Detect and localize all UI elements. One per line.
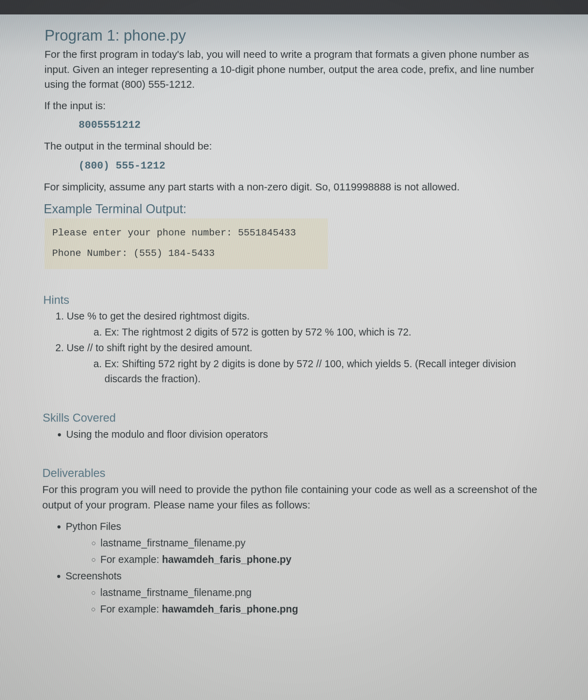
hint-1a: Ex: The rightmost 2 digits of 572 is got… (105, 325, 548, 340)
deliverables-heading: Deliverables (42, 467, 549, 480)
screen-photo: Program 1: phone.py For the first progra… (0, 0, 588, 700)
document-page: Program 1: phone.py For the first progra… (0, 14, 588, 647)
deliverable-screenshot-name: lastname_firstname_filename.png (100, 585, 549, 601)
deliverable-screenshot-example-prefix: For example: (100, 603, 162, 615)
deliverable-python-sublist: lastname_firstname_filename.py For examp… (86, 535, 549, 568)
simplicity-note: For simplicity, assume any part starts w… (44, 179, 547, 194)
hint-2: Use // to shift right by the desired amo… (66, 340, 549, 386)
deliverable-screenshots: Screenshots lastname_firstname_filename.… (65, 568, 550, 617)
hint-2a: Ex: Shifting 572 right by 2 digits is do… (105, 356, 549, 386)
window-titlebar (0, 0, 588, 14)
deliverables-list: Python Files lastname_firstname_filename… (53, 519, 550, 617)
skills-list: Using the modulo and floor division oper… (54, 426, 549, 442)
skill-1: Using the modulo and floor division oper… (66, 426, 549, 442)
deliverable-screenshot-example: For example: hawamdeh_faris_phone.png (100, 601, 550, 617)
hint-1-sublist: Ex: The rightmost 2 digits of 572 is got… (91, 325, 548, 340)
example-input-value: 8005551212 (79, 119, 547, 131)
program-title: Program 1: phone.py (45, 27, 547, 44)
hint-2-text: Use // to shift right by the desired amo… (66, 342, 252, 353)
intro-paragraph: For the first program in today's lab, yo… (44, 47, 547, 92)
deliverable-screenshots-sublist: lastname_firstname_filename.png For exam… (86, 585, 550, 617)
deliverable-screenshots-label: Screenshots (65, 570, 121, 582)
deliverables-intro: For this program you will need to provid… (42, 482, 549, 513)
hint-1-text: Use % to get the desired rightmost digit… (67, 310, 250, 321)
example-output-value: (800) 555-1212 (78, 160, 547, 172)
hints-heading: Hints (43, 293, 548, 306)
hint-1: Use % to get the desired rightmost digit… (67, 309, 548, 340)
deliverable-python-example-prefix: For example: (100, 554, 162, 565)
deliverable-python: Python Files lastname_firstname_filename… (66, 519, 550, 568)
skills-heading: Skills Covered (43, 411, 549, 424)
deliverable-python-example: For example: hawamdeh_faris_phone.py (100, 552, 550, 568)
hint-2-sublist: Ex: Shifting 572 right by 2 digits is do… (91, 356, 549, 386)
hints-list: Use % to get the desired rightmost digit… (54, 309, 549, 386)
terminal-line-1: Please enter your phone number: 55518454… (52, 228, 320, 238)
terminal-output-block: Please enter your phone number: 55518454… (44, 218, 328, 269)
deliverable-python-name: lastname_firstname_filename.py (100, 535, 549, 551)
deliverable-python-example-bold: hawamdeh_faris_phone.py (162, 554, 291, 565)
if-input-label: If the input is: (44, 98, 547, 113)
output-label: The output in the terminal should be: (44, 139, 547, 154)
example-terminal-heading: Example Terminal Output: (44, 202, 548, 216)
deliverable-screenshot-example-bold: hawamdeh_faris_phone.png (162, 603, 298, 615)
terminal-line-2: Phone Number: (555) 184-5433 (52, 248, 320, 259)
deliverable-python-label: Python Files (66, 521, 121, 532)
